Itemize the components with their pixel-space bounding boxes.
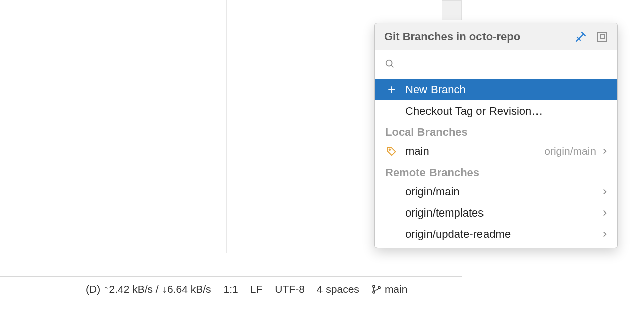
chevron-right-icon — [601, 185, 608, 198]
pin-icon[interactable] — [575, 31, 587, 43]
bottom-padding — [0, 301, 644, 318]
status-encoding[interactable]: UTF-8 — [275, 283, 305, 295]
svg-point-5 — [386, 60, 392, 66]
remote-branch-item[interactable]: origin/templates — [375, 202, 617, 224]
editor-scroll-marker — [442, 0, 462, 20]
plus-icon — [385, 85, 398, 94]
remote-branch-name: origin/main — [405, 185, 601, 198]
svg-point-6 — [389, 149, 391, 151]
remote-branch-item[interactable]: origin/update-readme — [375, 224, 617, 245]
expand-icon[interactable] — [596, 31, 608, 43]
local-branch-tracking: origin/main — [544, 145, 596, 157]
checkout-tag-item[interactable]: Checkout Tag or Revision… — [375, 100, 617, 122]
local-branch-item[interactable]: main origin/main — [375, 141, 617, 162]
svg-point-2 — [378, 286, 380, 288]
git-branch-icon — [371, 284, 382, 294]
local-branch-name: main — [405, 145, 544, 158]
svg-rect-3 — [598, 32, 607, 41]
git-branches-popup: Git Branches in octo-repo New Branch Che… — [374, 23, 618, 248]
new-branch-label: New Branch — [405, 83, 608, 96]
status-bar: (D) ↑2.42 kB/s / ↓6.64 kB/s 1:1 LF UTF-8… — [0, 276, 462, 301]
remote-branch-name: origin/update-readme — [405, 228, 601, 241]
popup-search-row — [375, 50, 617, 79]
svg-point-1 — [373, 291, 375, 293]
remote-branches-header: Remote Branches — [375, 162, 617, 181]
status-git-branch[interactable]: main — [371, 283, 408, 295]
search-icon — [382, 58, 395, 71]
svg-rect-4 — [600, 35, 604, 39]
svg-point-0 — [373, 285, 375, 287]
status-line-ending[interactable]: LF — [250, 283, 263, 295]
chevron-right-icon — [601, 145, 608, 158]
checkout-tag-label: Checkout Tag or Revision… — [405, 104, 608, 118]
tag-icon — [385, 146, 398, 157]
chevron-right-icon — [601, 206, 608, 220]
editor-gutter-divider — [226, 0, 227, 253]
remote-branch-name: origin/templates — [405, 206, 601, 220]
popup-header: Git Branches in octo-repo — [375, 23, 617, 50]
status-caret-position[interactable]: 1:1 — [224, 283, 238, 295]
chevron-right-icon — [601, 228, 608, 241]
remote-branch-item[interactable]: origin/main — [375, 181, 617, 202]
branch-menu-list: New Branch Checkout Tag or Revision… Loc… — [375, 79, 617, 248]
new-branch-item[interactable]: New Branch — [375, 79, 617, 100]
popup-title: Git Branches in octo-repo — [384, 30, 566, 43]
status-git-branch-label: main — [385, 283, 408, 295]
local-branches-header: Local Branches — [375, 122, 617, 141]
branch-search-input[interactable] — [399, 59, 610, 71]
status-indent[interactable]: 4 spaces — [317, 283, 359, 295]
status-network[interactable]: (D) ↑2.42 kB/s / ↓6.64 kB/s — [86, 283, 211, 295]
